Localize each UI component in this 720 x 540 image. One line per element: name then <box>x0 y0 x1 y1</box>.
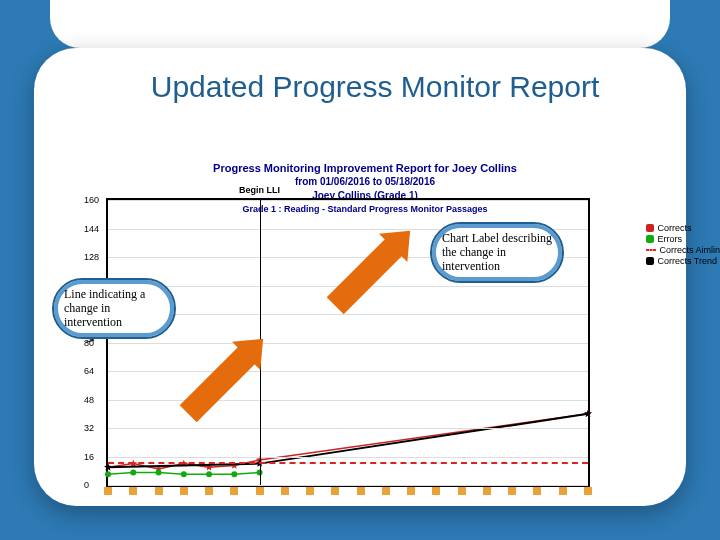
legend-trend: Corrects Trend <box>646 256 720 266</box>
slide-title: Updated Progress Monitor Report <box>60 70 690 104</box>
chart-dates: from 01/06/2016 to 05/18/2016 <box>70 176 660 187</box>
legend-aimline: Corrects Aimline <box>646 245 720 255</box>
callout-label: Chart Label describing the change in int… <box>430 222 564 283</box>
chart-title: Progress Monitoring Improvement Report f… <box>70 162 660 174</box>
svg-point-13 <box>231 471 237 477</box>
svg-point-11 <box>181 471 187 477</box>
svg-marker-17 <box>584 410 592 417</box>
svg-point-12 <box>206 471 212 477</box>
svg-point-9 <box>130 470 136 476</box>
legend: Corrects Errors Corrects Aimline Correct… <box>646 222 720 267</box>
callout-line: Line indicating a change in intervention <box>52 278 176 339</box>
svg-point-10 <box>156 470 162 476</box>
legend-errors: Errors <box>646 234 720 244</box>
legend-corrects: Corrects <box>646 223 720 233</box>
svg-point-8 <box>105 471 111 477</box>
svg-marker-15 <box>104 463 112 470</box>
